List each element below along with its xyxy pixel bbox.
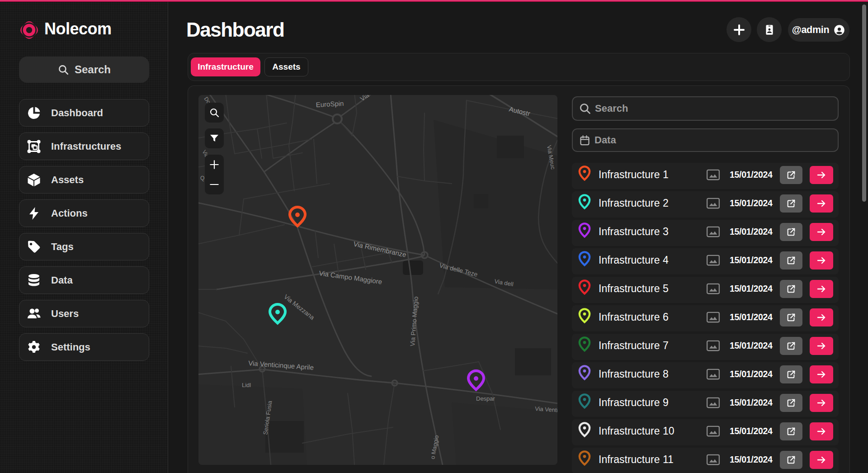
svg-text:Lidl: Lidl xyxy=(242,382,251,388)
svg-text:Via Campo Maggiore: Via Campo Maggiore xyxy=(319,269,383,285)
svg-text:Via Mezzana: Via Mezzana xyxy=(283,293,316,321)
svg-text:Q: Q xyxy=(200,175,204,181)
svg-text:Despar: Despar xyxy=(476,395,495,402)
svg-text:EuroSpin: EuroSpin xyxy=(316,99,344,109)
svg-text:Via Rimembranze: Via Rimembranze xyxy=(353,240,407,258)
svg-text:Autostr: Autostr xyxy=(508,105,531,117)
